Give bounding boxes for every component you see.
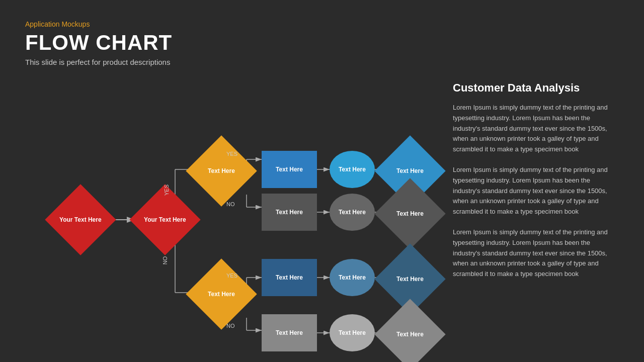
panel-text-2: Lorem Ipsum is simply dummy text of the … xyxy=(453,165,619,217)
bot-rect1: Text Here xyxy=(262,259,317,296)
header: Application Mockups FLOW CHART This slid… xyxy=(25,20,619,66)
slide: Application Mockups FLOW CHART This slid… xyxy=(0,0,644,362)
decision-yes-bot: Text Here xyxy=(186,258,257,329)
panel-title: Customer Data Analysis xyxy=(453,81,619,95)
start-diamond: Your Text Here xyxy=(45,184,116,255)
mid-circle1: Text Here xyxy=(330,194,375,231)
yes-bot-label: YES xyxy=(226,273,237,279)
content-area: Your Text Here Your Text Here YES NO Tex… xyxy=(25,76,619,362)
panel-text-1: Lorem Ipsum is simply dummy text of the … xyxy=(453,103,619,155)
top-circle1: Text Here xyxy=(330,151,375,188)
no-lower-label: NO xyxy=(162,256,168,265)
no-mid-label: NO xyxy=(226,201,235,207)
panel-text-3: Lorem Ipsum is simply dummy text of the … xyxy=(453,227,619,280)
yes-upper-label: YES xyxy=(164,185,170,196)
top-rect1: Text Here xyxy=(262,151,317,188)
no-bot2-label: NO xyxy=(226,323,235,329)
bot-circle1: Text Here xyxy=(330,259,375,296)
flowchart: Your Text Here Your Text Here YES NO Tex… xyxy=(25,76,438,362)
mid-rect1: Text Here xyxy=(262,194,317,231)
bot2-rect1: Text Here xyxy=(262,314,317,351)
yes-top-label: YES xyxy=(226,151,237,157)
decision-yes-top: Text Here xyxy=(186,135,257,206)
subtitle: Application Mockups xyxy=(25,20,619,28)
mid-diamond1: Text Here xyxy=(374,178,445,249)
slide-description: This slide is perfect for product descri… xyxy=(25,58,619,66)
bot2-circle1: Text Here xyxy=(330,314,375,351)
bot2-diamond1: Text Here xyxy=(374,299,445,362)
main-title: FLOW CHART xyxy=(25,31,619,55)
right-panel: Customer Data Analysis Lorem Ipsum is si… xyxy=(438,76,619,362)
